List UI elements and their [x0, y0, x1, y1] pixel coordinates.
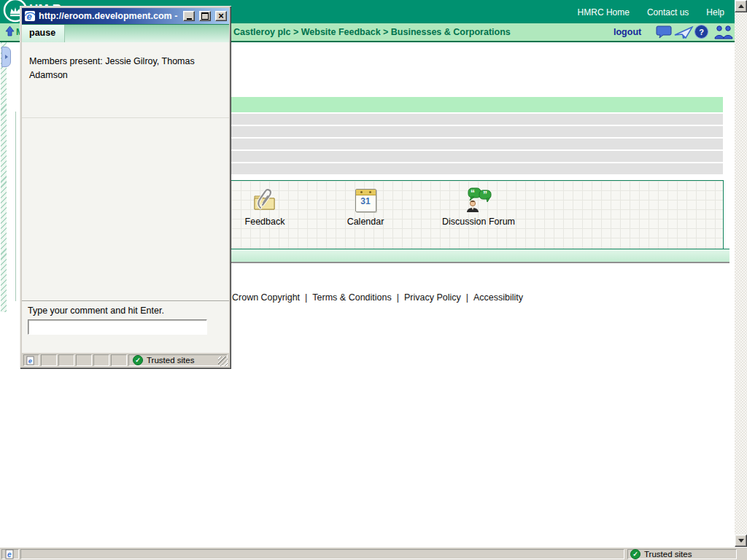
browser-page: HM Revenue HMRC Home Contact us Help M C…: [0, 0, 747, 560]
send-plane-icon[interactable]: [674, 26, 694, 42]
popup-status-page-segment: e: [23, 354, 39, 366]
popup-status-bar: e ✓ Trusted sites: [22, 353, 229, 368]
footer-links: Crown Copyright|Terms & Conditions|Priva…: [232, 292, 523, 303]
maximize-icon: [201, 12, 209, 20]
popup-status-segment: [111, 354, 127, 366]
vertical-scrollbar[interactable]: [735, 0, 747, 547]
ie-browser-icon: e: [24, 10, 36, 22]
ie-page-icon: e: [26, 356, 35, 365]
calendar-day: 31: [356, 196, 376, 206]
chevron-right-icon: [5, 55, 8, 59]
popup-title-bar[interactable]: e http://eroom.development.com - B... ×: [22, 8, 229, 24]
close-icon: ×: [218, 12, 224, 20]
up-arrow-icon[interactable]: [4, 26, 15, 40]
sidebar-divider: [15, 112, 16, 301]
footer-separator: |: [305, 292, 307, 303]
tool-discussion-forum[interactable]: “ ” Discussion Forum: [417, 187, 541, 227]
nav-contact-us[interactable]: Contact us: [647, 7, 689, 18]
trusted-check-icon: ✓: [630, 549, 640, 559]
logout-link[interactable]: logout: [614, 27, 641, 37]
popup-title: http://eroom.development.com - B...: [39, 11, 179, 21]
popup-status-segment: [41, 354, 57, 366]
popup-tab-bar: pause: [22, 24, 229, 42]
status-zone-segment: ✓ Trusted sites: [627, 549, 737, 559]
svg-text:e: e: [27, 11, 32, 22]
breadcrumb: Castleroy plc > Website Feedback > Busin…: [233, 27, 511, 37]
minimize-icon: [187, 18, 192, 20]
trusted-sites-label: Trusted sites: [147, 356, 194, 365]
popup-status-segment: [76, 354, 92, 366]
popup-status-zone-segment: ✓ Trusted sites: [128, 354, 228, 366]
tool-calendar[interactable]: 31 Calendar: [314, 187, 417, 227]
header-nav: HMRC Home Contact us Help: [578, 7, 724, 18]
sidebar-texture: [1, 42, 7, 312]
comment-input[interactable]: [28, 319, 207, 335]
left-sidebar: [0, 42, 20, 312]
chat-popup-window: e http://eroom.development.com - B... × …: [20, 6, 231, 369]
status-page-segment: e: [1, 549, 19, 559]
svg-text:e: e: [7, 551, 12, 559]
footer-terms[interactable]: Terms & Conditions: [312, 292, 391, 303]
pause-tab[interactable]: pause: [22, 25, 65, 42]
comment-entry-area: Type your comment and hit Enter.: [22, 300, 229, 353]
svg-text:e: e: [28, 357, 32, 365]
tool-label: Calendar: [314, 217, 417, 227]
minimize-button[interactable]: [183, 11, 195, 21]
popup-status-segment: [58, 354, 74, 366]
svg-text:”: ”: [483, 190, 487, 200]
footer-separator: |: [466, 292, 468, 303]
scroll-up-button[interactable]: [735, 0, 747, 12]
calendar-ring-dot: [369, 191, 371, 193]
calendar-ring-dot: [360, 191, 363, 193]
resize-grip[interactable]: [218, 357, 228, 366]
help-icon[interactable]: ?: [694, 25, 708, 39]
status-message-segment: [20, 549, 624, 559]
scroll-down-icon: [738, 539, 744, 542]
comment-bubble-icon[interactable]: [656, 25, 672, 42]
svg-text:“: “: [471, 188, 475, 198]
nav-hmrc-home[interactable]: HMRC Home: [578, 7, 630, 18]
comment-prompt: Type your comment and hit Enter.: [28, 306, 223, 316]
ie-page-icon: e: [4, 549, 15, 559]
trusted-check-icon: ✓: [133, 355, 143, 365]
tool-label: Discussion Forum: [417, 217, 541, 227]
scroll-down-button[interactable]: [735, 534, 747, 547]
transcript-divider: [22, 117, 229, 118]
calendar-icon: 31: [314, 187, 417, 214]
calendar-band: [356, 190, 376, 195]
discussion-forum-icon: “ ”: [417, 187, 541, 214]
browser-status-bar: e ✓ Trusted sites: [0, 547, 747, 560]
popup-status-segment: [93, 354, 109, 366]
footer-separator: |: [397, 292, 399, 303]
close-button[interactable]: ×: [215, 11, 227, 21]
footer-accessibility[interactable]: Accessibility: [473, 292, 523, 303]
scroll-up-icon: [738, 4, 744, 8]
chat-transcript-area: Members present: Jessie Gilroy, Thomas A…: [22, 42, 229, 300]
footer-privacy[interactable]: Privacy Policy: [404, 292, 461, 303]
nav-help[interactable]: Help: [706, 7, 724, 18]
trusted-sites-label: Trusted sites: [644, 550, 692, 559]
sidebar-collapse-handle[interactable]: [1, 47, 11, 67]
members-present-text: Members present: Jessie Gilroy, Thomas A…: [29, 56, 195, 80]
maximize-button[interactable]: [199, 11, 211, 21]
members-icon[interactable]: [713, 25, 734, 42]
footer-crown-copyright[interactable]: Crown Copyright: [232, 292, 300, 303]
